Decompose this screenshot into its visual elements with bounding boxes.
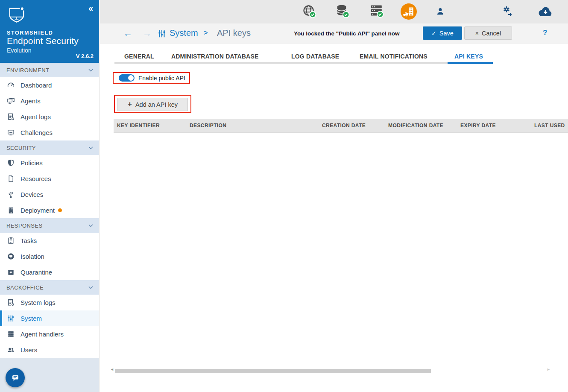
- app-window: « STORMSHIELD Endpoint Security Evolutio…: [0, 0, 568, 392]
- sidebar-item-label: Deployment: [20, 207, 55, 214]
- agents-icon: [6, 97, 15, 105]
- breadcrumb-section[interactable]: System: [170, 28, 198, 38]
- sidebar-section-responses[interactable]: RESPONSES: [0, 218, 99, 233]
- sidebar-section-backoffice[interactable]: BACKOFFICE: [0, 280, 99, 295]
- tab-api-keys[interactable]: API KEYS: [454, 53, 483, 60]
- sidebar-item-label: Policies: [20, 159, 43, 167]
- sidebar-section-security[interactable]: SECURITY: [0, 140, 99, 155]
- sidebar-item-label: Agent handlers: [20, 331, 64, 338]
- sidebar-item-system-logs[interactable]: System logs: [0, 295, 99, 310]
- cloud-download-icon[interactable]: [537, 3, 554, 20]
- sidebar-item-tasks[interactable]: Tasks: [0, 233, 99, 249]
- services-gear-icon[interactable]: [499, 3, 516, 20]
- sidebar-item-agent-logs[interactable]: Agent logs: [0, 109, 99, 125]
- tab-log-database[interactable]: LOG DATABASE: [291, 53, 339, 60]
- section-label: RESPONSES: [6, 222, 43, 229]
- quarantine-icon: [6, 268, 15, 277]
- sidebar-item-challenges[interactable]: Challenges: [0, 125, 99, 140]
- back-arrow-icon[interactable]: ←: [123, 28, 132, 38]
- sidebar-item-isolation[interactable]: Isolation: [0, 249, 99, 264]
- column-expiry-date[interactable]: EXPIRY DATE: [460, 119, 496, 133]
- chat-bubble-icon: [10, 372, 21, 383]
- system-logs-icon: [6, 298, 15, 307]
- chat-button[interactable]: [6, 368, 25, 387]
- plus-icon: +: [128, 100, 132, 108]
- collapse-sidebar-icon[interactable]: «: [88, 3, 93, 13]
- devices-icon: [6, 190, 15, 199]
- column-creation-date[interactable]: CREATION DATE: [322, 119, 366, 133]
- sidebar-item-dashboard[interactable]: Dashboard: [0, 77, 99, 93]
- column-modification-date[interactable]: MODIFICATION DATE: [388, 119, 443, 133]
- agent-handlers-icon: [6, 330, 15, 339]
- tab-general[interactable]: GENERAL: [124, 53, 154, 60]
- settings-tabs: GENERAL ADMINISTRATION DATABASE LOG DATA…: [100, 44, 568, 65]
- api-keys-table-header: KEY IDENTIFIER DESCRIPTION CREATION DATE…: [114, 119, 568, 133]
- enable-public-api-toggle[interactable]: [119, 74, 135, 82]
- save-button[interactable]: ✓ Save: [423, 26, 462, 40]
- sidebar-item-label: Challenges: [20, 129, 53, 136]
- sidebar-item-label: Agent logs: [20, 113, 51, 120]
- sidebar-item-label: System: [20, 315, 42, 322]
- deployment-pending-icon[interactable]: [400, 3, 417, 20]
- sidebar-item-label: Dashboard: [20, 82, 52, 89]
- scroll-right-icon[interactable]: ►: [547, 367, 550, 372]
- sidebar: « STORMSHIELD Endpoint Security Evolutio…: [0, 0, 100, 392]
- chevron-down-icon: [88, 69, 93, 72]
- web-status-icon[interactable]: [301, 3, 318, 20]
- cancel-button[interactable]: × Cancel: [464, 26, 512, 40]
- breadcrumb-page-title: API keys: [217, 28, 251, 38]
- sidebar-item-agents[interactable]: Agents: [0, 93, 99, 109]
- sidebar-item-policies[interactable]: Policies: [0, 155, 99, 171]
- column-last-used[interactable]: LAST USED: [534, 119, 565, 133]
- sidebar-item-system[interactable]: System: [0, 310, 99, 326]
- panel-lock-status-message: You locked the "Public API" panel now: [294, 30, 400, 37]
- sidebar-item-resources[interactable]: Resources: [0, 171, 99, 187]
- resources-icon: [6, 175, 15, 183]
- enable-public-api-label: Enable public API: [138, 75, 185, 82]
- stormshield-logo-icon: [7, 6, 26, 23]
- add-api-key-button[interactable]: + Add an API key: [117, 98, 188, 111]
- check-icon: ✓: [431, 30, 436, 37]
- active-tab-indicator: [448, 62, 493, 64]
- sidebar-item-users[interactable]: Users: [0, 342, 99, 358]
- tab-administration-database[interactable]: ADMINISTRATION DATABASE: [171, 53, 258, 60]
- sidebar-item-label: Agents: [20, 97, 41, 105]
- deployment-icon: [6, 206, 15, 215]
- agent-logs-icon: [6, 113, 15, 121]
- column-key-identifier[interactable]: KEY IDENTIFIER: [117, 119, 160, 133]
- sidebar-footer: [0, 358, 99, 392]
- annotation-box-add-api-key: + Add an API key: [114, 95, 191, 113]
- section-label: ENVIRONMENT: [6, 67, 49, 73]
- tab-email-notifications[interactable]: EMAIL NOTIFICATIONS: [360, 53, 427, 60]
- section-label: SECURITY: [6, 145, 36, 151]
- close-icon: ×: [475, 30, 479, 37]
- horizontal-scrollbar-thumb[interactable]: [115, 369, 431, 373]
- dashboard-icon: [6, 81, 15, 90]
- save-button-label: Save: [439, 30, 454, 37]
- sidebar-item-label: Resources: [20, 175, 51, 182]
- user-icon[interactable]: [432, 3, 449, 20]
- sidebar-section-environment[interactable]: ENVIRONMENT: [0, 63, 99, 77]
- forward-arrow-icon[interactable]: →: [143, 28, 152, 38]
- product-version: V 2.6.2: [76, 53, 94, 59]
- brand-name: STORMSHIELD: [7, 30, 53, 36]
- sidebar-item-deployment[interactable]: Deployment: [0, 202, 99, 218]
- sidebar-item-quarantine[interactable]: Quarantine: [0, 264, 99, 280]
- sidebar-item-label: Quarantine: [20, 269, 52, 276]
- sidebar-item-devices[interactable]: Devices: [0, 187, 99, 202]
- cancel-button-label: Cancel: [482, 30, 501, 37]
- section-label: BACKOFFICE: [6, 284, 44, 291]
- isolation-icon: [6, 252, 15, 261]
- tasks-icon: [6, 237, 15, 245]
- sidebar-item-label: Isolation: [20, 253, 44, 260]
- help-icon[interactable]: ?: [543, 29, 547, 37]
- column-description[interactable]: DESCRIPTION: [190, 119, 226, 133]
- server-status-icon[interactable]: [369, 3, 386, 20]
- database-status-icon[interactable]: [334, 3, 351, 20]
- scroll-left-icon[interactable]: ◄: [110, 367, 114, 372]
- top-toolbar: [100, 0, 568, 23]
- api-keys-table-body-empty: [114, 133, 568, 150]
- annotation-box-enable-api: Enable public API: [113, 72, 190, 84]
- sidebar-item-agent-handlers[interactable]: Agent handlers: [0, 326, 99, 342]
- challenges-icon: [6, 129, 15, 137]
